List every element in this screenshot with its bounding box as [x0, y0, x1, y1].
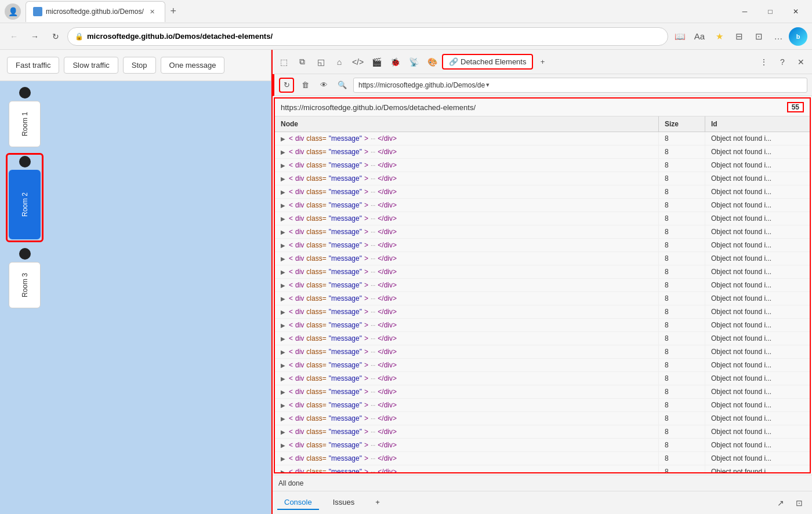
expand-icon[interactable]: ▶	[281, 242, 285, 249]
table-row[interactable]: ▶<div class="message"> ··· </div>8Object…	[275, 345, 810, 359]
expand-icon[interactable]: ▶	[281, 189, 285, 195]
profile-button[interactable]: 👤	[5, 3, 21, 20]
one-message-button[interactable]: One message	[161, 57, 225, 74]
expand-icon[interactable]: ▶	[281, 429, 285, 435]
devtools-wifi-button[interactable]: 📡	[405, 53, 422, 71]
expand-icon[interactable]: ▶	[281, 256, 285, 262]
slow-traffic-button[interactable]: Slow traffic	[64, 57, 118, 74]
table-row[interactable]: ▶<div class="message"> ··· </div>8Object…	[275, 332, 810, 345]
console-export-icon[interactable]: ↗	[773, 495, 789, 511]
forward-button[interactable]: →	[26, 27, 44, 46]
devtools-close-button[interactable]: ✕	[792, 53, 810, 71]
address-bar[interactable]: 🔒 microsoftedge.github.io/Demos/detached…	[67, 27, 668, 46]
devtools-url-input[interactable]: https://microsoftedge.github.io/Demos/de…	[353, 78, 807, 93]
console-tab[interactable]: Console	[277, 495, 319, 510]
room-3-card[interactable]: Room 3	[9, 262, 41, 308]
devtools-code-button[interactable]: </>	[349, 53, 367, 71]
expand-icon[interactable]: ▶	[281, 362, 285, 369]
add-bottom-tab-button[interactable]: +	[368, 495, 387, 510]
expand-icon[interactable]: ▶	[281, 349, 285, 355]
expand-icon[interactable]: ▶	[281, 162, 285, 169]
new-tab-button[interactable]: +	[165, 3, 182, 20]
expand-icon[interactable]: ▶	[281, 149, 285, 155]
devtools-camera-button[interactable]: 🎬	[368, 53, 385, 71]
expand-icon[interactable]: ▶	[281, 455, 285, 462]
split-view-button[interactable]: ⊟	[730, 27, 748, 46]
minimize-button[interactable]: ─	[733, 3, 756, 20]
issues-tab[interactable]: Issues	[326, 495, 362, 510]
devtools-trash-button[interactable]: 🗑	[298, 78, 313, 93]
table-row[interactable]: ▶<div class="message"> ··· </div>8Object…	[275, 305, 810, 319]
expand-icon[interactable]: ▶	[281, 389, 285, 395]
expand-icon[interactable]: ▶	[281, 442, 285, 449]
detached-elements-tab[interactable]: 🔗 Detached Elements	[442, 54, 533, 70]
expand-icon[interactable]: ▶	[281, 376, 285, 382]
tab-close-button[interactable]: ✕	[147, 6, 158, 17]
devtools-eye-button[interactable]: 👁	[316, 78, 331, 93]
table-row[interactable]: ▶<div class="message"> ··· </div>8Object…	[275, 212, 810, 225]
table-row[interactable]: ▶<div class="message"> ··· </div>8Object…	[275, 265, 810, 279]
table-row[interactable]: ▶<div class="message"> ··· </div>8Object…	[275, 359, 810, 372]
room-3-item[interactable]: Room 3	[6, 248, 44, 308]
reading-view-button[interactable]: 📖	[670, 27, 689, 46]
expand-icon[interactable]: ▶	[281, 336, 285, 342]
devtools-home-button[interactable]: ⌂	[331, 53, 348, 71]
table-row[interactable]: ▶<div class="message"> ··· </div>8Object…	[275, 412, 810, 425]
table-row[interactable]: ▶<div class="message"> ··· </div>8Object…	[275, 385, 810, 399]
table-row[interactable]: ▶<div class="message"> ··· </div>8Object…	[275, 159, 810, 172]
console-clear-icon[interactable]: ⊡	[791, 495, 807, 511]
room-1-item[interactable]: Room 1	[6, 87, 44, 147]
reader-mode-button[interactable]: Aa	[690, 27, 709, 46]
table-row[interactable]: ▶<div class="message"> ··· </div>8Object…	[275, 239, 810, 252]
devtools-url-dropdown[interactable]: ▾	[486, 81, 490, 89]
expand-icon[interactable]: ▶	[281, 469, 285, 473]
devtools-paint-button[interactable]: 🎨	[423, 53, 441, 71]
maximize-button[interactable]: □	[759, 3, 782, 20]
table-row[interactable]: ▶<div class="message"> ··· </div>8Object…	[275, 132, 810, 145]
table-row[interactable]: ▶<div class="message"> ··· </div>8Object…	[275, 452, 810, 465]
expand-icon[interactable]: ▶	[281, 269, 285, 275]
toggle-panel-button[interactable]: ◱	[312, 53, 329, 71]
devtools-more-tabs-button[interactable]: +	[534, 54, 550, 70]
expand-icon[interactable]: ▶	[281, 309, 285, 315]
table-row[interactable]: ▶<div class="message"> ··· </div>8Object…	[275, 225, 810, 239]
expand-icon[interactable]: ▶	[281, 322, 285, 329]
back-button[interactable]: ←	[5, 27, 23, 46]
active-tab[interactable]: microsoftedge.github.io/Demos/ ✕	[26, 1, 165, 22]
room-2-card[interactable]: Room 2	[9, 170, 41, 239]
stop-button[interactable]: Stop	[123, 57, 156, 74]
room-2-item[interactable]: Room 2	[6, 153, 44, 242]
expand-icon[interactable]: ▶	[281, 136, 285, 142]
bing-button[interactable]: b	[789, 27, 807, 46]
table-row[interactable]: ▶<div class="message"> ··· </div>8Object…	[275, 172, 810, 185]
expand-icon[interactable]: ▶	[281, 402, 285, 409]
expand-icon[interactable]: ▶	[281, 415, 285, 422]
room-1-card[interactable]: Room 1	[9, 101, 41, 147]
table-row[interactable]: ▶<div class="message"> ··· </div>8Object…	[275, 439, 810, 452]
expand-icon[interactable]: ▶	[281, 202, 285, 209]
expand-icon[interactable]: ▶	[281, 216, 285, 222]
table-row[interactable]: ▶<div class="message"> ··· </div>8Object…	[275, 372, 810, 385]
expand-icon[interactable]: ▶	[281, 296, 285, 302]
fast-traffic-button[interactable]: Fast traffic	[7, 57, 59, 74]
table-row[interactable]: ▶<div class="message"> ··· </div>8Object…	[275, 185, 810, 199]
devtools-search-button[interactable]: 🔍	[335, 78, 350, 93]
devtools-bug-button[interactable]: 🐞	[386, 53, 404, 71]
devtools-refresh-button[interactable]: ↻	[279, 78, 294, 93]
close-button[interactable]: ✕	[784, 3, 807, 20]
favorites-button[interactable]: ★	[710, 27, 728, 46]
table-row[interactable]: ▶<div class="message"> ··· </div>8Object…	[275, 319, 810, 332]
more-tools-button[interactable]: …	[769, 27, 788, 46]
collections-button[interactable]: ⊡	[749, 27, 768, 46]
table-row[interactable]: ▶<div class="message"> ··· </div>8Object…	[275, 199, 810, 212]
table-row[interactable]: ▶<div class="message"> ··· </div>8Object…	[275, 145, 810, 159]
expand-icon[interactable]: ▶	[281, 176, 285, 182]
table-row[interactable]: ▶<div class="message"> ··· </div>8Object…	[275, 465, 810, 472]
devtools-help-button[interactable]: ?	[774, 53, 791, 71]
refresh-button[interactable]: ↻	[46, 27, 65, 46]
devtools-settings-more[interactable]: ⋮	[755, 53, 773, 71]
table-row[interactable]: ▶<div class="message"> ··· </div>8Object…	[275, 425, 810, 439]
table-row[interactable]: ▶<div class="message"> ··· </div>8Object…	[275, 252, 810, 265]
inspect-element-button[interactable]: ⬚	[275, 53, 292, 71]
table-body[interactable]: ▶<div class="message"> ··· </div>8Object…	[275, 132, 810, 472]
